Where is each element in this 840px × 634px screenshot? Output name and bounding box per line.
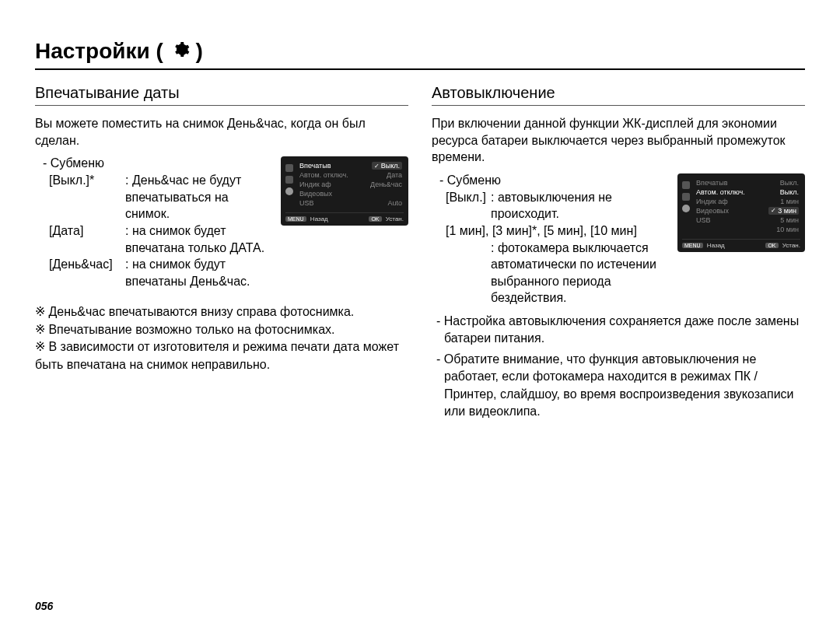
- screen-sidebar-icons: [285, 161, 295, 208]
- screen-footer-back: MENU Назад: [285, 215, 328, 222]
- screen-row-value: 10 мин: [776, 226, 799, 233]
- right-option: : фотокамера выключается автоматически п…: [446, 240, 670, 306]
- menu-button-icon: MENU: [285, 216, 306, 222]
- page-title-text: Настройки: [35, 39, 150, 63]
- option-key: [Выкл.]: [446, 189, 491, 222]
- page-title: Настройки ( ): [35, 39, 203, 64]
- screen-footer-back-label: Назад: [707, 242, 725, 249]
- left-option: [Выкл.]* : День&час не будут впечатывать…: [49, 172, 273, 222]
- screen-row-value: Выкл.: [780, 179, 799, 187]
- screen-row-label: Индик аф: [696, 198, 728, 205]
- screen-footer-ok-label: Устан.: [386, 215, 404, 222]
- screen-row-label: Индик аф: [299, 180, 331, 188]
- right-option: [Выкл.] : автовыключения не происходит.: [446, 189, 670, 222]
- left-submenu-label: - Субменю: [43, 156, 273, 170]
- right-options-block: - Субменю [Выкл.] : автовыключения не пр…: [432, 173, 670, 306]
- option-key: [Выкл.]*: [49, 172, 125, 222]
- menu-button-icon: MENU: [682, 243, 703, 248]
- bullet-line: - Обратите внимание, что функция автовык…: [444, 351, 805, 421]
- screen-menu-row: Автом. отключ. Дата: [298, 170, 404, 180]
- screen-row-label: Впечатыв: [696, 179, 727, 187]
- bullet-line: - Настройка автовыключения сохраняется д…: [444, 313, 805, 348]
- left-options-block: - Субменю [Выкл.]* : День&час не будут в…: [35, 156, 273, 289]
- screen-row-label: USB: [299, 199, 314, 207]
- screen-menu-row: USB 5 мин: [695, 215, 800, 225]
- left-body: - Субменю [Выкл.]* : День&час не будут в…: [35, 156, 408, 289]
- right-intro: При включении данной функции ЖК-дисплей …: [432, 115, 805, 166]
- screen-row-value: 1 мин: [780, 198, 799, 205]
- note-line: ※ В зависимости от изготовителя и режима…: [35, 338, 408, 373]
- screen-menu-row: Впечатыв Выкл.: [695, 178, 800, 187]
- content-columns: Впечатывание даты Вы можете поместить на…: [35, 84, 805, 423]
- left-intro: Вы можете поместить на снимок День&час, …: [35, 115, 408, 149]
- option-times-line: [1 мин], [3 мин]*, [5 мин], [10 мин]: [446, 222, 637, 240]
- gear-icon: [682, 205, 690, 212]
- screen-row-value: 5 мин: [780, 216, 799, 224]
- screen-footer: MENU Назад OK Устан.: [682, 239, 800, 249]
- right-heading: Автовыключение: [432, 84, 805, 106]
- page-number: 056: [35, 600, 53, 612]
- option-val: : фотокамера выключается автоматически п…: [491, 240, 670, 306]
- page-title-bar: Настройки ( ): [35, 39, 805, 70]
- screen-footer-back-label: Назад: [310, 215, 328, 222]
- screen-row-label: Видеовых: [696, 207, 729, 215]
- screen-row-value: Дата: [387, 171, 402, 179]
- screen-menu-row: Индик аф 1 мин: [695, 197, 800, 206]
- left-screen-mock: Впечатыв Выкл. Автом. отключ. Дата Индик…: [281, 156, 408, 226]
- option-val: : на снимок будут впечатаны День&час.: [125, 256, 273, 289]
- note-line: ※ День&час впечатываются внизу справа фо…: [35, 303, 408, 321]
- option-val: : День&час не будут впечатываться на сни…: [125, 172, 273, 222]
- screen-row-label: USB: [696, 216, 711, 224]
- screen-menu-list: Впечатыв Выкл. Автом. отключ. Дата Индик…: [298, 161, 404, 208]
- left-heading: Впечатывание даты: [35, 84, 408, 106]
- right-option-times: [1 мин], [3 мин]*, [5 мин], [10 мин]: [446, 222, 670, 240]
- screen-menu-list: Впечатыв Выкл. Автом. отключ. Выкл. Инди…: [695, 178, 800, 234]
- left-notes: ※ День&час впечатываются внизу справа фо…: [35, 303, 408, 373]
- option-val: : на снимок будет впечатана только ДАТА.: [125, 222, 273, 256]
- screen-menu-row: Впечатыв Выкл.: [298, 161, 404, 170]
- screen-row-value: 3 мин: [768, 207, 799, 215]
- screen-row-label: Впечатыв: [299, 162, 331, 170]
- right-bullets: - Настройка автовыключения сохраняется д…: [432, 313, 805, 420]
- screen-menu-row: USB Auto: [298, 198, 404, 208]
- right-submenu-label: - Субменю: [439, 173, 670, 187]
- gear-icon: [285, 187, 293, 195]
- screen-icon: [285, 164, 293, 172]
- screen-row-label: Автом. отключ.: [696, 188, 745, 196]
- ok-button-icon: OK: [369, 216, 381, 222]
- note-line: ※ Впечатывание возможно только на фотосн…: [35, 321, 408, 338]
- gear-icon: [173, 41, 190, 58]
- screen-menu-row: Видеовых 3 мин: [695, 206, 800, 215]
- screen-footer-ok-label: Устан.: [782, 242, 800, 249]
- screen-menu-row: 10 мин: [695, 225, 800, 234]
- page-title-open: (: [156, 39, 170, 63]
- left-option: [Дата] : на снимок будет впечатана тольк…: [49, 222, 273, 256]
- screen-footer-back: MENU Назад: [682, 242, 725, 249]
- screen-footer: MENU Назад OK Устан.: [285, 212, 404, 222]
- screen-row-label: Автом. отключ.: [299, 171, 348, 179]
- screen-row-value: День&час: [370, 180, 402, 188]
- screen-row-value: Выкл.: [780, 188, 799, 196]
- ok-button-icon: OK: [765, 243, 778, 248]
- screen-icon: [285, 176, 293, 184]
- right-body: - Субменю [Выкл.] : автовыключения не пр…: [432, 173, 805, 306]
- screen-row-value: Выкл.: [372, 162, 402, 170]
- option-key: [День&час]: [49, 256, 125, 289]
- screen-icon: [682, 181, 690, 189]
- right-column: Автовыключение При включении данной функ…: [432, 84, 805, 423]
- screen-footer-ok: OK Устан.: [369, 215, 404, 222]
- screen-menu-row: Индик аф День&час: [298, 180, 404, 189]
- screen-sidebar-icons: [682, 178, 691, 234]
- option-key: [446, 240, 491, 306]
- screen-footer-ok: OK Устан.: [765, 242, 800, 249]
- option-val: : автовыключения не происходит.: [491, 189, 670, 222]
- right-screen-mock: Впечатыв Выкл. Автом. отключ. Выкл. Инди…: [677, 173, 805, 252]
- screen-menu-row: Видеовых: [298, 189, 404, 198]
- screen-menu-row: Автом. отключ. Выкл.: [695, 187, 800, 197]
- screen-icon: [682, 193, 690, 201]
- left-option: [День&час] : на снимок будут впечатаны Д…: [49, 256, 273, 289]
- screen-row-label: Видеовых: [299, 190, 332, 198]
- screen-row-value: Auto: [387, 199, 402, 207]
- option-key: [Дата]: [49, 222, 125, 256]
- page-title-close: ): [195, 39, 202, 63]
